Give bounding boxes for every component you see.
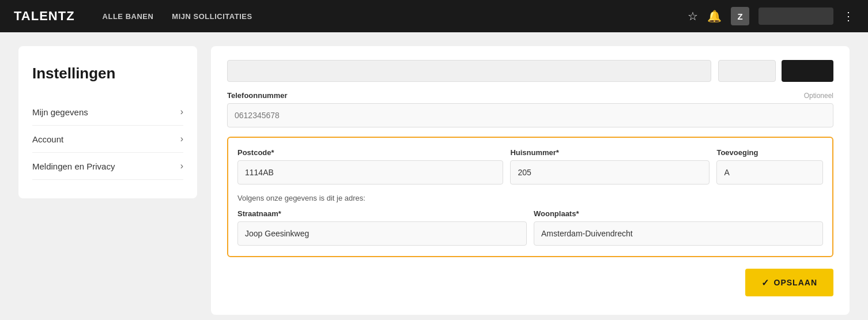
phone-label-row: Telefoonnummer Optioneel	[227, 91, 833, 100]
huisnummer-input[interactable]	[510, 160, 710, 185]
page-body: Instellingen Mijn gegevens › Account › M…	[0, 32, 868, 320]
straatnaam-group: Straatnaam*	[237, 209, 527, 246]
top-partial-row	[227, 60, 833, 82]
content-card: Telefoonnummer Optioneel Postcode* Huisn…	[211, 46, 850, 315]
address-box: Postcode* Huisnummer* Toevoeging Volgens…	[227, 137, 833, 257]
address-row-1: Postcode* Huisnummer* Toevoeging	[237, 148, 823, 185]
huisnummer-group: Huisnummer*	[510, 148, 710, 185]
top-cut-box-2	[782, 60, 833, 82]
top-left-field	[227, 60, 711, 82]
sidebar-item-account[interactable]: Account ›	[32, 126, 183, 153]
logo[interactable]: TALENTZ	[14, 9, 75, 24]
straatnaam-input[interactable]	[237, 221, 527, 246]
toevoeging-label: Toevoeging	[716, 148, 823, 157]
sidebar-item-mijn-gegevens[interactable]: Mijn gegevens ›	[32, 99, 183, 126]
phone-label: Telefoonnummer	[227, 91, 288, 100]
toevoeging-input[interactable]	[716, 160, 823, 185]
chevron-icon: ›	[180, 134, 183, 144]
phone-input[interactable]	[227, 103, 833, 127]
top-cut-box-1	[718, 60, 776, 82]
postcode-group: Postcode*	[237, 148, 503, 185]
star-icon[interactable]: ☆	[688, 9, 698, 23]
woonplaats-group: Woonplaats*	[534, 209, 823, 246]
phone-field-group: Telefoonnummer Optioneel	[227, 91, 833, 127]
toevoeging-group: Toevoeging	[716, 148, 823, 185]
woonplaats-input[interactable]	[534, 221, 823, 246]
address-row-2: Straatnaam* Woonplaats*	[237, 209, 823, 246]
woonplaats-label: Woonplaats*	[534, 209, 823, 218]
sidebar-title: Instellingen	[32, 65, 183, 82]
save-button[interactable]: ✓ OPSLAAN	[745, 269, 833, 296]
sidebar-item-label: Mijn gegevens	[32, 107, 88, 117]
postcode-input[interactable]	[237, 160, 503, 185]
more-icon[interactable]: ⋮	[843, 9, 854, 23]
nav-right: ☆ 🔔 Z ⋮	[688, 7, 854, 25]
bell-icon[interactable]: 🔔	[707, 9, 722, 23]
checkmark-icon: ✓	[761, 277, 769, 288]
phone-optional: Optioneel	[804, 92, 833, 100]
nav-link-banen[interactable]: ALLE BANEN	[103, 12, 154, 21]
sidebar-item-label: Account	[32, 134, 63, 144]
sidebar-item-label: Meldingen en Privacy	[32, 161, 115, 171]
chevron-icon: ›	[180, 161, 183, 171]
top-right-fields	[718, 60, 833, 82]
address-hint: Volgens onze gegevens is dit je adres:	[237, 194, 823, 202]
sidebar-card: Instellingen Mijn gegevens › Account › M…	[18, 46, 197, 198]
nav-link-sollicitaties[interactable]: MIJN SOLLICITATIES	[172, 12, 252, 21]
navbar: TALENTZ ALLE BANEN MIJN SOLLICITATIES ☆ …	[0, 0, 868, 32]
avatar[interactable]: Z	[731, 7, 749, 25]
huisnummer-label: Huisnummer*	[510, 148, 710, 157]
save-btn-row: ✓ OPSLAAN	[227, 269, 833, 296]
postcode-label: Postcode*	[237, 148, 503, 157]
straatnaam-label: Straatnaam*	[237, 209, 527, 218]
nav-search-input[interactable]	[758, 7, 833, 25]
sidebar-item-meldingen[interactable]: Meldingen en Privacy ›	[32, 153, 183, 180]
save-label: OPSLAAN	[774, 278, 817, 287]
chevron-icon: ›	[180, 107, 183, 117]
